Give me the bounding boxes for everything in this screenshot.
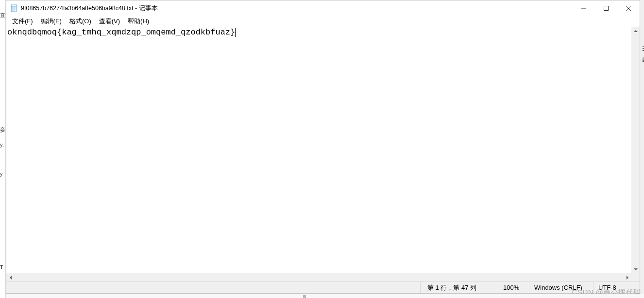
sliver-char: T [0, 264, 3, 270]
chevron-right-icon [627, 276, 628, 280]
menubar: 文件(F) 编辑(E) 格式(O) 查看(V) 帮助(H) [6, 16, 640, 27]
svg-rect-5 [604, 6, 609, 11]
minimize-button[interactable] [573, 0, 595, 16]
sliver-char: 妾 [0, 126, 5, 133]
scroll-corner [631, 273, 640, 281]
status-position: 第 1 行，第 47 列 [420, 282, 498, 293]
scroll-right-button[interactable] [623, 273, 631, 281]
menu-edit[interactable]: 编辑(E) [37, 17, 66, 26]
text-editor[interactable]: oknqdbqmoq{kag_tmhq_xqmdzqp_omqemd_qzodk… [6, 27, 631, 273]
notepad-icon [10, 4, 18, 12]
menu-help[interactable]: 帮助(H) [124, 17, 153, 26]
notepad-window: 9f08657b76274fa3b64a8e506ba98c48.txt - 记… [6, 0, 640, 294]
menu-file[interactable]: 文件(F) [8, 17, 37, 26]
background-bottom-gap [6, 294, 644, 298]
maximize-button[interactable] [595, 0, 617, 16]
client-area: oknqdbqmoq{kag_tmhq_xqmdzqp_omqemd_qzodk… [6, 27, 640, 273]
titlebar[interactable]: 9f08657b76274fa3b64a8e506ba98c48.txt - 记… [6, 0, 640, 16]
statusbar: 第 1 行，第 47 列 100% Windows (CRLF) UTF-8 [6, 281, 640, 293]
scroll-down-button[interactable] [631, 265, 640, 273]
sliver-char: 直 [0, 12, 5, 19]
sliver-char: y, [0, 142, 4, 148]
window-title: 9f08657b76274fa3b64a8e506ba98c48.txt - 记… [21, 4, 573, 13]
chevron-left-icon [10, 276, 12, 280]
background-bottom-mark [303, 295, 306, 298]
menu-view[interactable]: 查看(V) [95, 17, 124, 26]
chevron-up-icon [634, 30, 638, 32]
vertical-scrollbar[interactable] [631, 27, 640, 273]
background-right-sliver: ☰ 题 [642, 0, 644, 298]
status-eol: Windows (CRLF) [529, 282, 593, 293]
window-controls [573, 0, 640, 16]
sliver-char: 题 [642, 56, 644, 64]
status-spacer [6, 282, 420, 293]
sliver-char: ☰ [642, 46, 644, 52]
scroll-track[interactable] [631, 35, 640, 265]
scroll-up-button[interactable] [631, 27, 640, 35]
background-left-sliver: 直 妾 y, y T [0, 0, 6, 298]
text-caret [235, 28, 236, 37]
text-content: oknqdbqmoq{kag_tmhq_xqmdzqp_omqemd_qzodk… [7, 28, 235, 37]
close-button[interactable] [617, 0, 640, 16]
chevron-down-icon [634, 268, 638, 270]
horizontal-scrollbar[interactable] [6, 273, 640, 281]
sliver-char: y [0, 171, 3, 177]
scroll-left-button[interactable] [6, 273, 15, 281]
status-zoom: 100% [498, 282, 529, 293]
scroll-track-h[interactable] [15, 273, 623, 281]
status-encoding: UTF-8 [593, 282, 640, 293]
menu-format[interactable]: 格式(O) [66, 17, 95, 26]
